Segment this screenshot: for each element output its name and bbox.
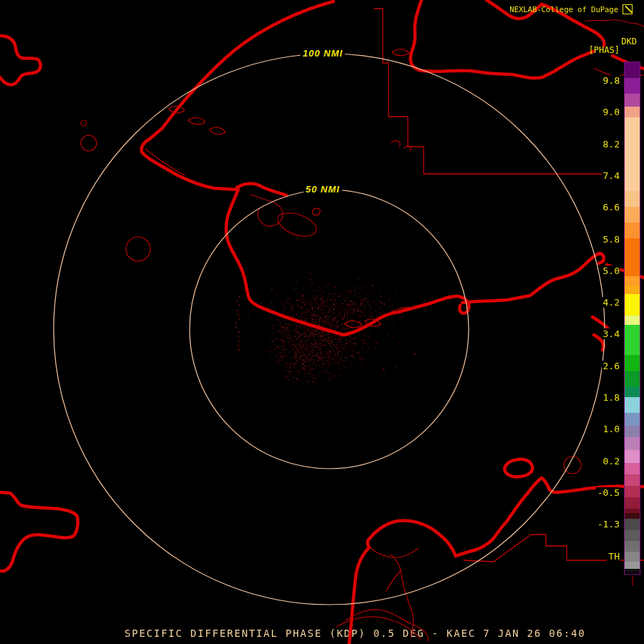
colorbar-segment: [625, 94, 640, 107]
coastline-thick: [237, 184, 286, 195]
colorbar-tick-label: 2.6: [602, 361, 620, 371]
colorbar-tick-label: 8.2: [602, 139, 620, 150]
coastline-thick: [0, 36, 41, 84]
shoreline-detail-thin: [386, 570, 401, 591]
colorbar-segment: [625, 413, 640, 426]
colorbar-segment: [625, 552, 640, 562]
coastline-thick: [592, 317, 609, 330]
shoreline-detail-thin: [346, 610, 428, 641]
shoreline-detail-thin: [81, 135, 97, 151]
colorbar-segment: [625, 117, 640, 191]
colorbar-segment: [625, 78, 640, 94]
colorbar-segment: [625, 513, 640, 519]
colorbar-segment: [625, 223, 640, 238]
colorbar-tick-label: 0.2: [602, 456, 620, 467]
colorbar-tick-label: 1.0: [602, 424, 620, 434]
shoreline-detail-thin: [210, 127, 225, 135]
ring-label: 100 NMI: [301, 48, 345, 59]
colorbar-segment: [625, 325, 640, 355]
product-id-label: DKD: [621, 36, 637, 47]
colorbar-tick-label: -0.5: [596, 487, 620, 498]
shoreline-detail-thin: [345, 321, 362, 328]
colorbar-tick-label: 4.2: [602, 297, 620, 308]
colorbar-tick-label: 6.6: [602, 202, 620, 213]
colorbar-tick-label: 9.8: [602, 75, 620, 86]
nexlab-title: NEXLAB-College of DuPage: [509, 5, 618, 14]
colorbar-segment: [625, 286, 640, 294]
coastline-thick: [226, 190, 469, 335]
colorbar-segment: [625, 371, 640, 387]
colorbar-segment: [625, 316, 640, 325]
colorbar-segment: [625, 191, 640, 207]
shoreline-detail-thin: [188, 117, 205, 125]
colorbar-segment: [625, 437, 640, 450]
colorbar-tick-label: 5.8: [602, 234, 620, 245]
colorbar-segment: [625, 530, 640, 541]
colorbar-segment: [625, 474, 640, 486]
colorbar-segment: [625, 387, 640, 397]
shoreline-detail-thin: [392, 49, 409, 56]
colorbar-segment: [625, 426, 640, 437]
product-units-label: [PHAS]: [589, 45, 620, 55]
colorbar-segment: [625, 541, 640, 552]
shoreline-detail-thin: [145, 149, 185, 175]
colorbar-tick-label: 5.0: [602, 265, 620, 276]
shoreline-detail-thin: [81, 120, 87, 126]
colorbar-segment: [625, 397, 640, 413]
boundary-thin: [374, 9, 605, 174]
colorbar-tick-label: 9.0: [602, 107, 620, 117]
colorbar-tick-label: 7.4: [602, 170, 620, 181]
shoreline-detail-thin: [126, 237, 150, 261]
shoreline-detail-thin: [278, 213, 316, 236]
colorbar-segment: [625, 107, 640, 117]
colorbar-tick-label: -1.3: [596, 519, 620, 530]
ring-label: 50 NMI: [303, 184, 342, 195]
shoreline-detail-thin: [369, 547, 419, 557]
coastline-thick: [142, 1, 333, 190]
colorbar-segment: [625, 519, 640, 530]
colorbar-segment: [625, 463, 640, 474]
shoreline-detail-thin: [313, 208, 321, 215]
colorbar-segment: [625, 497, 640, 509]
colorbar-segment: [625, 276, 640, 286]
colorbar-segment: [625, 562, 640, 569]
colorbar-segment: [625, 294, 640, 316]
shoreline-detail-thin: [585, 19, 644, 26]
colorbar-tick-label: 1.8: [602, 392, 620, 403]
colorbar-segment: [625, 238, 640, 276]
colorbar-segment: [625, 450, 640, 463]
colorbar-segment: [625, 62, 640, 78]
colorbar-tick-label: 3.4: [602, 328, 620, 339]
colorbar-segment: [625, 207, 640, 223]
base-map: [0, 0, 644, 644]
coastline-thick: [462, 253, 604, 303]
color-scale-bar: [624, 62, 640, 575]
colorbar-segment: [625, 486, 640, 497]
coastline-thick: [504, 459, 532, 477]
cod-logo-icon: [623, 4, 633, 14]
colorbar-tick-label: TH: [607, 551, 620, 562]
cod-logo-diagonal: [625, 6, 633, 14]
coastline-thick: [0, 492, 78, 571]
radar-viewer: SPECIFIC DIFFERENTIAL PHASE (KDP) 0.5 DE…: [0, 0, 644, 644]
colorbar-segment: [625, 569, 640, 572]
colorbar-segment: [625, 355, 640, 371]
